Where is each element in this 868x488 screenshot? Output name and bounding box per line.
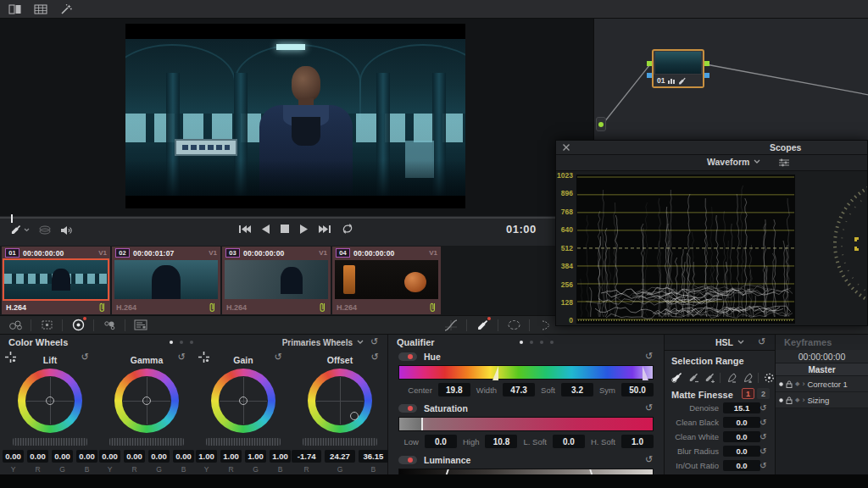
param-value[interactable]: 19.8 (438, 383, 470, 396)
chevron-right-icon[interactable]: › (802, 396, 804, 404)
enable-dot-icon[interactable] (779, 398, 783, 402)
wipe-modes-icon[interactable] (38, 225, 52, 236)
lock-icon[interactable] (786, 380, 793, 388)
reset-icon[interactable]: ↺ (645, 403, 655, 413)
saturation-toggle[interactable] (398, 404, 417, 413)
clip-04[interactable]: 0400:00:00:00V1 H.264 (332, 247, 441, 314)
scope-mode-dropdown[interactable]: Waveform (707, 157, 760, 167)
keyframes-track-corrector1[interactable]: ◆ › Corrector 1 (776, 376, 868, 392)
lift-color-wheel[interactable] (18, 369, 82, 433)
node-graph[interactable]: 01 (593, 19, 868, 140)
param-value[interactable]: 0.0 (553, 435, 585, 448)
gamma-color-wheel[interactable] (114, 369, 179, 433)
param-value[interactable]: 1.0 (621, 435, 654, 448)
close-icon[interactable] (562, 143, 570, 152)
value-box[interactable]: 0.00 (76, 450, 97, 463)
hue-handle-high[interactable] (643, 366, 650, 380)
master-wheel-icon[interactable] (198, 352, 210, 363)
reset-icon[interactable]: ↺ (758, 337, 768, 347)
reset-icon[interactable]: ↺ (760, 461, 770, 471)
reset-icon[interactable]: ↺ (760, 446, 770, 457)
scrubber[interactable] (0, 217, 555, 219)
play-button[interactable] (300, 225, 308, 234)
skip-forward-button[interactable] (319, 225, 331, 234)
reset-icon[interactable]: ↺ (176, 352, 186, 363)
lock-icon[interactable] (786, 396, 793, 404)
enable-dot-icon[interactable] (779, 382, 783, 386)
value-box[interactable]: 0.00 (124, 450, 145, 463)
value-box[interactable]: 1.00 (220, 450, 242, 463)
gamma-master-slider[interactable] (109, 438, 184, 446)
gain-color-wheel[interactable] (211, 369, 275, 433)
value-box[interactable]: 0.00 (3, 450, 24, 463)
invert-mask-icon[interactable] (764, 372, 775, 383)
reset-icon[interactable]: ↺ (760, 418, 770, 428)
reset-icon[interactable]: ↺ (370, 352, 380, 363)
chevron-right-icon[interactable]: › (802, 380, 804, 388)
sliders-panel-icon[interactable] (133, 319, 148, 332)
param-value[interactable]: 3.2 (561, 383, 593, 396)
matte-param-value[interactable]: 0.0 (723, 446, 760, 457)
speaker-icon[interactable] (60, 225, 72, 236)
value-box[interactable]: 0.00 (148, 450, 170, 463)
hue-handle-low[interactable] (491, 366, 498, 380)
matte-tab-2[interactable]: 2 (757, 388, 770, 399)
reset-icon[interactable]: ↺ (645, 455, 655, 465)
wheel-indicator[interactable] (142, 396, 151, 405)
value-box[interactable]: 1.00 (245, 450, 266, 463)
node-key-output[interactable] (704, 73, 709, 78)
value-box[interactable]: 0.00 (52, 450, 73, 463)
param-value[interactable]: 50.0 (621, 383, 654, 396)
page-dots[interactable] (520, 341, 554, 344)
param-value[interactable]: 10.8 (485, 435, 517, 448)
matte-param-value[interactable]: 0.0 (723, 460, 760, 471)
pick-subtract-icon[interactable] (687, 372, 698, 383)
reset-icon[interactable]: ↺ (273, 352, 283, 363)
magic-wand-icon[interactable] (59, 3, 73, 15)
matte-param-value[interactable]: 15.1 (723, 402, 760, 413)
grab-still-eyedropper-icon[interactable] (10, 225, 30, 236)
node-rgb-input[interactable] (647, 61, 652, 66)
offset-color-wheel[interactable] (308, 369, 372, 433)
matte-param-value[interactable]: 0.0 (723, 417, 760, 428)
keyframe-diamond-icon[interactable]: ◆ (795, 380, 799, 387)
reset-icon[interactable]: ↺ (760, 403, 770, 413)
play-reverse-button[interactable] (262, 225, 270, 234)
value-box[interactable]: 0.00 (173, 450, 194, 463)
softness-subtract-icon[interactable] (726, 372, 737, 383)
skip-back-button[interactable] (239, 225, 251, 234)
clip-03[interactable]: 0300:00:00:00V1 H.264 (222, 247, 331, 314)
video-frame[interactable] (125, 24, 465, 208)
luminance-toggle[interactable] (398, 456, 417, 464)
lut-browser-icon[interactable] (34, 3, 47, 15)
scope-settings-icon[interactable] (778, 158, 790, 168)
scopes-header[interactable]: Scopes (556, 141, 867, 155)
pick-add-icon[interactable] (704, 372, 715, 383)
curves-tool-icon[interactable] (443, 319, 459, 332)
value-box[interactable]: 1.00 (270, 450, 291, 463)
sizing-tool-icon[interactable] (39, 319, 54, 332)
reset-icon[interactable]: ↺ (645, 352, 655, 362)
value-box[interactable]: 0.00 (27, 450, 48, 463)
wheel-indicator[interactable] (239, 396, 248, 405)
node-source[interactable] (596, 117, 606, 131)
reset-icon[interactable]: ↺ (370, 337, 381, 347)
blur-tool-icon[interactable] (537, 319, 553, 332)
wheel-indicator[interactable] (350, 412, 359, 420)
node-key-input[interactable] (647, 73, 652, 78)
reset-icon[interactable]: ↺ (80, 352, 90, 363)
saturation-range-bar[interactable] (398, 417, 654, 431)
page-dots[interactable] (170, 341, 193, 344)
hue-range-bar[interactable] (398, 365, 654, 380)
param-value[interactable]: 0.0 (425, 435, 457, 448)
pick-eyedropper-icon[interactable] (671, 372, 682, 383)
gain-master-slider[interactable] (206, 438, 281, 446)
power-window-icon[interactable] (506, 319, 521, 332)
value-box[interactable]: 36.15 (359, 450, 388, 463)
corrector-node[interactable]: 01 (652, 49, 704, 88)
softness-add-icon[interactable] (742, 372, 753, 383)
wheel-indicator[interactable] (46, 396, 54, 405)
color-wheels-tool-icon[interactable] (70, 319, 86, 332)
qualifier-mode-dropdown[interactable]: HSL (715, 337, 744, 347)
playhead[interactable] (11, 214, 13, 223)
